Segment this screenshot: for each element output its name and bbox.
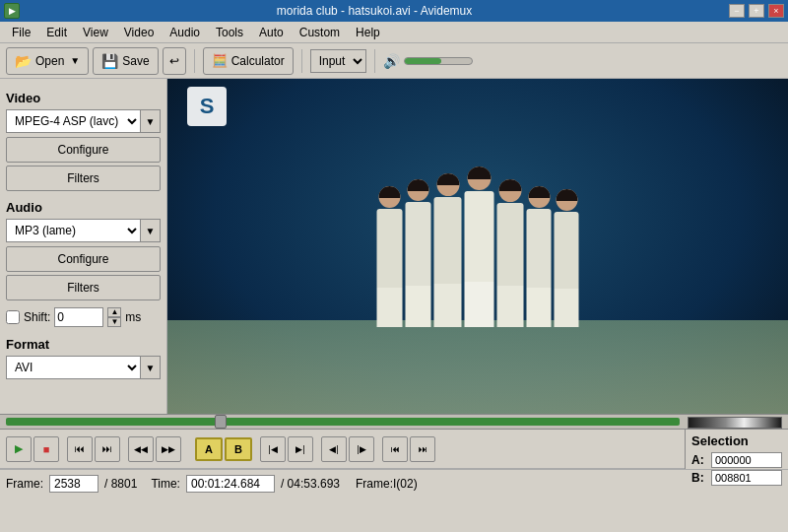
undo-button[interactable]: ↩: [163, 47, 186, 75]
shift-input[interactable]: [54, 307, 103, 327]
frame-type: Frame:I(02): [356, 477, 418, 491]
legs-4: [465, 282, 494, 327]
toolbar: 📂 Open ▼ 💾 Save ↩ 🧮 Calculator Input 🔊: [0, 43, 788, 79]
video-area: S: [167, 79, 788, 414]
volume-slider[interactable]: [404, 57, 473, 65]
step-back-button[interactable]: ◀◀: [128, 436, 154, 462]
audio-configure-button[interactable]: Configure: [6, 246, 161, 272]
video-codec-select[interactable]: MPEG-4 ASP (lavc): [6, 109, 141, 133]
shift-unit: ms: [125, 310, 141, 324]
calculator-button[interactable]: 🧮 Calculator: [203, 47, 294, 75]
go-start-button[interactable]: |◀: [260, 436, 286, 462]
menu-custom[interactable]: Custom: [292, 24, 348, 41]
format-select[interactable]: AVI: [6, 356, 141, 379]
menu-file[interactable]: File: [4, 24, 38, 41]
body-2: [406, 202, 431, 286]
prev-key-button[interactable]: ◀|: [321, 436, 347, 462]
body-4: [465, 191, 494, 282]
shift-row: Shift: ▲ ▼ ms: [6, 307, 161, 327]
audio-codec-arrow[interactable]: ▼: [141, 219, 161, 242]
video-configure-button[interactable]: Configure: [6, 137, 161, 163]
menu-bar: File Edit View Video Audio Tools Auto Cu…: [0, 22, 788, 43]
menu-help[interactable]: Help: [348, 24, 388, 41]
volume-fill: [405, 58, 441, 64]
audio-filters-button[interactable]: Filters: [6, 275, 161, 300]
window-title: morida club - hatsukoi.avi - Avidemux: [20, 4, 729, 18]
b-button[interactable]: B: [225, 437, 252, 461]
play-button[interactable]: ▶: [6, 436, 32, 462]
selection-title: Selection: [691, 433, 782, 448]
save-button[interactable]: 💾 Save: [93, 47, 158, 75]
legs-5: [497, 286, 524, 327]
head-2: [408, 179, 429, 201]
figure-7: [555, 189, 579, 327]
progress-track: [6, 418, 680, 426]
shift-checkbox[interactable]: [6, 310, 20, 324]
audio-codec-select[interactable]: MP3 (lame): [6, 219, 141, 242]
hair-7: [556, 189, 577, 201]
figure-1: [377, 186, 403, 327]
next-chapter-button[interactable]: ⏭: [95, 436, 120, 462]
frame-label: Frame:: [6, 477, 43, 491]
format-row: AVI ▼: [6, 356, 161, 379]
figure-5: [497, 179, 524, 327]
maximize-button[interactable]: +: [749, 4, 764, 18]
main-area: Video MPEG-4 ASP (lavc) ▼ Configure Filt…: [0, 79, 788, 414]
menu-tools[interactable]: Tools: [208, 24, 251, 41]
hair-5: [499, 179, 522, 192]
far-prev-button[interactable]: ⏮: [382, 436, 408, 462]
progress-bar-area[interactable]: [0, 414, 788, 430]
selection-b-value: 008801: [711, 470, 782, 486]
spin-up-button[interactable]: ▲: [107, 307, 121, 317]
shift-label: Shift:: [24, 310, 50, 324]
volume-icon: 🔊: [383, 53, 400, 69]
frame-total: / 8801: [104, 477, 137, 491]
selection-panel: Selection A: 000000 B: 008801: [685, 430, 788, 469]
open-dropdown-arrow[interactable]: ▼: [70, 55, 80, 66]
next-key-button[interactable]: |▶: [349, 436, 374, 462]
body-1: [377, 209, 403, 288]
frame-info-bar: Frame: 2538 / 8801 Time: 00:01:24.684 / …: [0, 469, 788, 497]
format-arrow[interactable]: ▼: [141, 356, 161, 379]
legs-6: [527, 288, 552, 327]
body-3: [434, 197, 462, 284]
input-select[interactable]: Input: [310, 49, 366, 73]
folder-icon: 📂: [15, 53, 32, 69]
time-value: 00:01:24.684: [186, 475, 275, 493]
video-codec-arrow[interactable]: ▼: [141, 109, 161, 133]
stop-button[interactable]: ■: [33, 436, 59, 462]
progress-thumb[interactable]: [215, 415, 227, 429]
menu-auto[interactable]: Auto: [251, 24, 292, 41]
time-total: / 04:53.693: [281, 477, 340, 491]
go-end-button[interactable]: ▶|: [288, 436, 313, 462]
audio-codec-row: MP3 (lame) ▼: [6, 219, 161, 242]
open-button[interactable]: 📂 Open ▼: [6, 47, 89, 75]
a-button[interactable]: A: [195, 437, 223, 461]
video-canvas: S: [167, 79, 788, 414]
figure-3: [434, 173, 462, 327]
menu-view[interactable]: View: [75, 24, 116, 41]
far-nav-group: ⏮ ⏭: [382, 436, 435, 462]
color-strip: [688, 417, 782, 429]
menu-audio[interactable]: Audio: [162, 24, 208, 41]
prev-chapter-button[interactable]: ⏮: [67, 436, 93, 462]
menu-video[interactable]: Video: [116, 24, 162, 41]
calculator-icon: 🧮: [212, 53, 228, 68]
head-6: [528, 186, 550, 208]
window-controls: − + ×: [729, 4, 784, 18]
head-5: [499, 179, 522, 202]
spin-down-button[interactable]: ▼: [107, 317, 121, 327]
legs-3: [434, 284, 462, 327]
far-next-button[interactable]: ⏭: [410, 436, 435, 462]
step-fwd-button[interactable]: ▶▶: [156, 436, 181, 462]
close-button[interactable]: ×: [768, 4, 784, 18]
minimize-button[interactable]: −: [729, 4, 745, 18]
menu-edit[interactable]: Edit: [38, 24, 75, 41]
selection-a-label: A:: [691, 453, 707, 467]
video-filters-button[interactable]: Filters: [6, 166, 161, 191]
selection-b-label: B:: [691, 471, 707, 485]
volume-control: 🔊: [383, 53, 473, 69]
toolbar-separator-1: [194, 49, 195, 73]
video-floor: [167, 320, 788, 414]
save-icon: 💾: [101, 53, 118, 69]
